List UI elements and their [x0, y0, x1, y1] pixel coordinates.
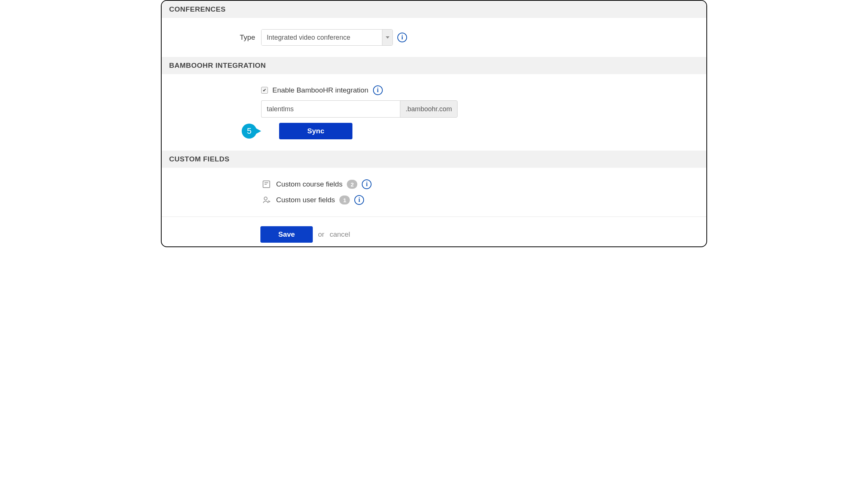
enable-bamboohr-label: Enable BambooHR integration: [272, 86, 369, 94]
save-button[interactable]: Save: [260, 226, 313, 243]
step-callout: 5: [242, 124, 263, 139]
svg-point-3: [264, 197, 267, 200]
user-fields-icon: [261, 195, 272, 205]
bamboohr-subdomain-input[interactable]: [261, 100, 400, 118]
info-icon[interactable]: i: [373, 85, 383, 95]
custom-user-fields-link[interactable]: Custom user fields: [276, 196, 335, 204]
user-fields-count-badge: 1: [339, 195, 350, 204]
course-fields-icon: [261, 179, 272, 190]
custom-course-fields-link[interactable]: Custom course fields: [276, 180, 342, 188]
conferences-section-header: CONFERENCES: [162, 1, 706, 18]
conference-type-select[interactable]: Integrated video conference: [261, 29, 393, 46]
info-icon[interactable]: i: [397, 33, 407, 42]
type-label: Type: [169, 33, 255, 42]
bamboohr-title: BAMBOOHR INTEGRATION: [169, 61, 266, 69]
info-icon[interactable]: i: [362, 179, 372, 189]
cancel-link[interactable]: cancel: [330, 230, 350, 239]
course-fields-count-badge: 2: [347, 180, 357, 189]
sync-button[interactable]: Sync: [279, 123, 352, 139]
step-callout-number: 5: [242, 124, 257, 139]
enable-bamboohr-checkbox[interactable]: ✔: [261, 87, 268, 94]
custom-fields-section-header: CUSTOM FIELDS: [162, 151, 706, 168]
conference-type-value: Integrated video conference: [262, 30, 382, 45]
info-icon[interactable]: i: [354, 195, 364, 205]
custom-fields-title: CUSTOM FIELDS: [169, 155, 229, 163]
or-text: or: [318, 230, 324, 239]
bamboohr-domain-suffix: .bamboohr.com: [400, 100, 458, 118]
bamboohr-section-header: BAMBOOHR INTEGRATION: [162, 57, 706, 74]
conferences-title: CONFERENCES: [169, 5, 226, 13]
chevron-down-icon: [382, 30, 392, 45]
